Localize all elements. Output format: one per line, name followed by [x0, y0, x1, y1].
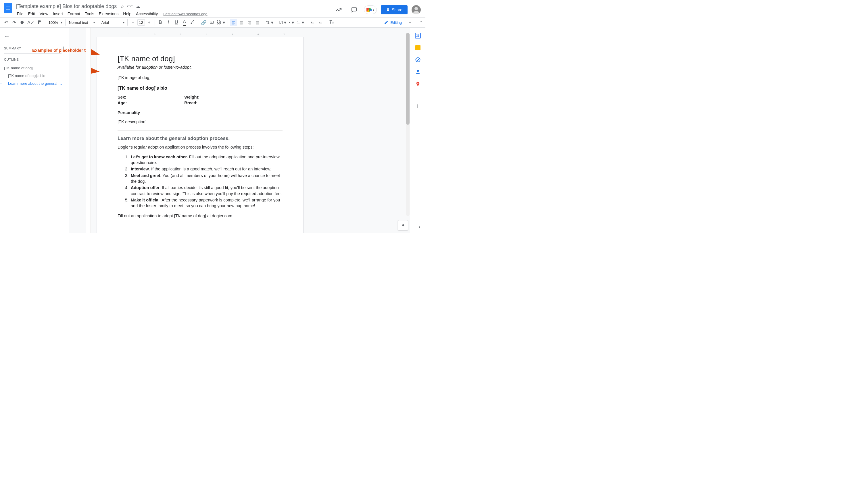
doc-cta[interactable]: Fill out an application to adopt [TK nam… [118, 213, 282, 219]
maps-addon[interactable] [414, 81, 421, 87]
print-button[interactable] [19, 19, 26, 26]
account-avatar[interactable] [411, 5, 421, 14]
contacts-addon[interactable] [414, 68, 421, 75]
tasks-addon[interactable] [414, 56, 421, 63]
process-steps[interactable]: Let's get to know each other. Fill out t… [130, 154, 282, 209]
clear-formatting-button[interactable]: T× [328, 19, 335, 26]
menu-edit[interactable]: Edit [26, 11, 37, 17]
menu-accessibility[interactable]: Accessibility [134, 11, 160, 17]
share-button[interactable]: Share [381, 5, 408, 14]
font-select[interactable]: Arial [100, 19, 126, 26]
comments-icon[interactable] [348, 4, 360, 15]
indent-decrease-button[interactable] [309, 19, 316, 26]
paint-format-button[interactable] [36, 19, 43, 26]
line-spacing-button[interactable]: ⇅ ▾ [265, 19, 274, 26]
process-step[interactable]: Make it official. After the necessary pa… [130, 197, 282, 209]
process-intro[interactable]: Dogier's regular adoption application pr… [118, 144, 282, 150]
svg-rect-20 [256, 24, 259, 24]
hide-side-panel-button[interactable]: › [418, 224, 420, 230]
menu-extensions[interactable]: Extensions [97, 11, 120, 17]
svg-rect-11 [240, 23, 243, 23]
italic-button[interactable]: I [165, 19, 172, 26]
docs-logo[interactable] [2, 2, 14, 14]
doc-subtitle[interactable]: Available for adoption or foster-to-adop… [118, 65, 282, 69]
collapse-toolbar-button[interactable]: ⌃ [420, 20, 423, 25]
scrollbar-thumb[interactable] [406, 33, 409, 125]
highlight-button[interactable]: 🖍 [189, 19, 196, 26]
svg-rect-16 [249, 24, 251, 24]
insert-link-button[interactable]: 🔗 [200, 19, 208, 26]
get-addons-button[interactable]: + [414, 103, 421, 109]
star-icon[interactable]: ☆ [120, 4, 124, 9]
outline-label: OUTLINE [4, 58, 19, 61]
activity-icon[interactable] [333, 4, 344, 15]
style-select[interactable]: Normal text [67, 19, 96, 26]
page[interactable]: [TK name of dog] Available for adoption … [97, 37, 304, 233]
outline-item[interactable]: Learn more about the general … [4, 80, 65, 87]
personality-label[interactable]: Personality [118, 110, 282, 115]
redo-button[interactable]: ↷ [10, 19, 18, 26]
process-step[interactable]: Meet and greet. You (and all members of … [130, 173, 282, 185]
svg-rect-21 [311, 21, 314, 21]
field-sex[interactable]: Sex: [118, 95, 127, 99]
align-justify-button[interactable] [254, 19, 261, 26]
field-breed[interactable]: Breed: [184, 101, 199, 105]
svg-rect-5 [232, 21, 235, 21]
align-left-button[interactable] [230, 19, 237, 26]
underline-button[interactable]: U [173, 19, 180, 26]
text-color-button[interactable]: A [181, 19, 188, 26]
outline-close-button[interactable]: ← [4, 33, 10, 39]
menu-view[interactable]: View [38, 11, 50, 17]
doc-fields[interactable]: Sex: Age: Weight: Breed: [118, 95, 282, 105]
description-placeholder[interactable]: [TK description] [118, 119, 282, 125]
font-size-increase[interactable]: + [146, 19, 153, 26]
horizontal-ruler[interactable]: 1234567 [97, 32, 409, 37]
field-age[interactable]: Age: [118, 101, 127, 105]
summary-label: SUMMARY [4, 46, 21, 50]
keep-addon[interactable] [414, 44, 421, 51]
editing-mode-select[interactable]: Editing ▾ [382, 19, 413, 26]
calendar-addon[interactable]: 31 [414, 32, 421, 39]
undo-button[interactable]: ↶ [2, 19, 10, 26]
align-center-button[interactable] [238, 19, 245, 26]
cloud-status-icon[interactable]: ☁ [136, 4, 140, 9]
menu-tools[interactable]: Tools [83, 11, 96, 17]
doc-heading-bio[interactable]: [TK name of dog]'s bio [118, 86, 282, 91]
doc-heading-1[interactable]: [TK name of dog] [118, 54, 282, 63]
numbered-list-button[interactable]: 1. ▾ [296, 19, 305, 26]
checklist-button[interactable]: ☑ ▾ [278, 19, 287, 26]
doc-heading-process[interactable]: Learn more about the general adoption pr… [118, 136, 282, 141]
svg-rect-8 [232, 24, 234, 24]
scrollbar[interactable] [406, 33, 409, 216]
zoom-select[interactable]: 100% [47, 19, 64, 26]
doc-image-placeholder[interactable]: [TK image of dog] [118, 75, 282, 81]
outline-panel: ← SUMMARY + OUTLINE [TK name of dog][TK … [0, 28, 69, 233]
process-step[interactable]: Let's get to know each other. Fill out t… [130, 154, 282, 166]
font-size-decrease[interactable]: − [129, 19, 137, 26]
svg-point-34 [417, 70, 419, 72]
align-right-button[interactable] [246, 19, 253, 26]
outline-item[interactable]: [TK name of dog] [4, 64, 65, 72]
process-step[interactable]: Interview. If the application is a good … [130, 166, 282, 172]
menu-file[interactable]: File [15, 11, 26, 17]
spellcheck-button[interactable]: A✓ [26, 19, 35, 26]
menu-format[interactable]: Format [65, 11, 82, 17]
svg-rect-10 [240, 22, 243, 23]
document-title[interactable]: [Template example] Bios for adoptable do… [15, 3, 118, 10]
menu-help[interactable]: Help [121, 11, 133, 17]
move-icon[interactable]: ▭⁺ [127, 4, 133, 9]
font-size-input[interactable] [137, 19, 145, 26]
process-step[interactable]: Adoption offer. If all parties decide it… [130, 185, 282, 196]
last-edit-link[interactable]: Last edit was seconds ago [163, 12, 207, 16]
bold-button[interactable]: B [157, 19, 164, 26]
document-area[interactable]: 1234567 [TK name of dog] Available for a… [91, 28, 410, 233]
bullet-list-button[interactable]: • ▾ [288, 19, 295, 26]
outline-item[interactable]: [TK name of dog]'s bio [4, 72, 65, 80]
insert-image-button[interactable]: 🖼 ▾ [216, 19, 226, 26]
field-weight[interactable]: Weight: [184, 95, 199, 99]
meet-button[interactable]: ▾ [364, 5, 377, 14]
insert-comment-button[interactable] [208, 19, 216, 26]
menu-insert[interactable]: Insert [51, 11, 65, 17]
explore-button[interactable]: ✦ [398, 220, 408, 230]
indent-increase-button[interactable] [317, 19, 324, 26]
